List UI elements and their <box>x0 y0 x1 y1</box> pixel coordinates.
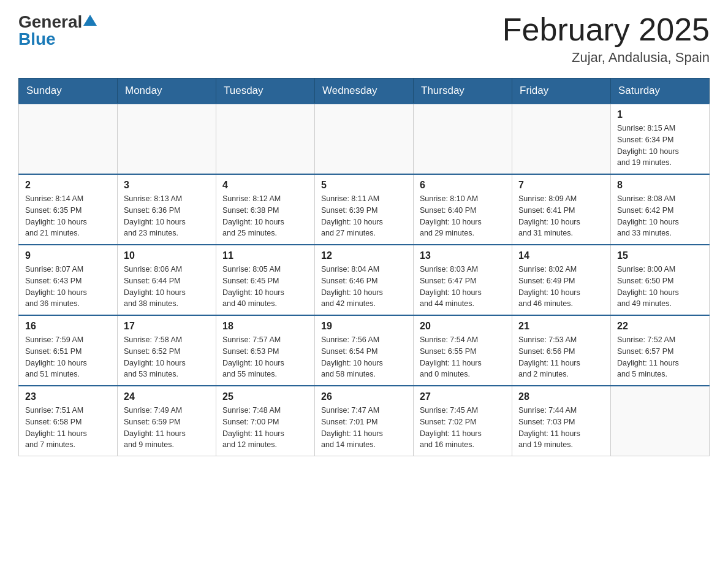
day-info: Sunrise: 7:59 AM Sunset: 6:51 PM Dayligh… <box>25 334 111 380</box>
col-saturday: Saturday <box>611 79 710 104</box>
table-row: 11Sunrise: 8:05 AM Sunset: 6:45 PM Dayli… <box>216 245 315 315</box>
day-info: Sunrise: 7:54 AM Sunset: 6:55 PM Dayligh… <box>420 334 506 380</box>
day-number: 3 <box>124 180 210 191</box>
day-info: Sunrise: 8:00 AM Sunset: 6:50 PM Dayligh… <box>617 264 703 310</box>
table-row: 9Sunrise: 8:07 AM Sunset: 6:43 PM Daylig… <box>19 245 118 315</box>
table-row: 18Sunrise: 7:57 AM Sunset: 6:53 PM Dayli… <box>216 315 315 386</box>
day-info: Sunrise: 7:51 AM Sunset: 6:58 PM Dayligh… <box>25 405 111 451</box>
day-info: Sunrise: 8:14 AM Sunset: 6:35 PM Dayligh… <box>25 193 111 239</box>
day-info: Sunrise: 8:09 AM Sunset: 6:41 PM Dayligh… <box>518 193 604 239</box>
table-row: 12Sunrise: 8:04 AM Sunset: 6:46 PM Dayli… <box>315 245 414 315</box>
table-row: 27Sunrise: 7:45 AM Sunset: 7:02 PM Dayli… <box>414 386 512 456</box>
day-number: 13 <box>420 250 506 261</box>
day-number: 4 <box>222 180 308 191</box>
table-row: 22Sunrise: 7:52 AM Sunset: 6:57 PM Dayli… <box>611 315 710 386</box>
day-number: 7 <box>518 180 604 191</box>
svg-marker-0 <box>83 15 97 26</box>
day-info: Sunrise: 8:03 AM Sunset: 6:47 PM Dayligh… <box>420 264 506 310</box>
table-row: 25Sunrise: 7:48 AM Sunset: 7:00 PM Dayli… <box>216 386 315 456</box>
table-row: 19Sunrise: 7:56 AM Sunset: 6:54 PM Dayli… <box>315 315 414 386</box>
day-info: Sunrise: 7:53 AM Sunset: 6:56 PM Dayligh… <box>518 334 604 380</box>
day-number: 9 <box>25 250 111 261</box>
table-row: 7Sunrise: 8:09 AM Sunset: 6:41 PM Daylig… <box>512 174 611 245</box>
table-row: 5Sunrise: 8:11 AM Sunset: 6:39 PM Daylig… <box>315 174 414 245</box>
calendar-week-row: 2Sunrise: 8:14 AM Sunset: 6:35 PM Daylig… <box>19 174 710 245</box>
calendar-week-row: 9Sunrise: 8:07 AM Sunset: 6:43 PM Daylig… <box>19 245 710 315</box>
table-row: 1Sunrise: 8:15 AM Sunset: 6:34 PM Daylig… <box>611 104 710 174</box>
day-number: 23 <box>25 391 111 402</box>
day-number: 20 <box>420 321 506 332</box>
page-header: General Blue February 2025 Zujar, Andalu… <box>18 12 710 66</box>
day-info: Sunrise: 7:48 AM Sunset: 7:00 PM Dayligh… <box>222 405 308 451</box>
day-number: 11 <box>222 250 308 261</box>
table-row: 24Sunrise: 7:49 AM Sunset: 6:59 PM Dayli… <box>118 386 216 456</box>
day-number: 8 <box>617 180 703 191</box>
table-row: 6Sunrise: 8:10 AM Sunset: 6:40 PM Daylig… <box>414 174 512 245</box>
day-number: 26 <box>321 391 407 402</box>
day-number: 25 <box>222 391 308 402</box>
day-number: 19 <box>321 321 407 332</box>
day-info: Sunrise: 8:10 AM Sunset: 6:40 PM Dayligh… <box>420 193 506 239</box>
day-info: Sunrise: 7:45 AM Sunset: 7:02 PM Dayligh… <box>420 405 506 451</box>
day-info: Sunrise: 8:13 AM Sunset: 6:36 PM Dayligh… <box>124 193 210 239</box>
table-row: 8Sunrise: 8:08 AM Sunset: 6:42 PM Daylig… <box>611 174 710 245</box>
table-row: 17Sunrise: 7:58 AM Sunset: 6:52 PM Dayli… <box>118 315 216 386</box>
col-tuesday: Tuesday <box>216 79 315 104</box>
table-row: 14Sunrise: 8:02 AM Sunset: 6:49 PM Dayli… <box>512 245 611 315</box>
table-row: 23Sunrise: 7:51 AM Sunset: 6:58 PM Dayli… <box>19 386 118 456</box>
calendar-week-row: 16Sunrise: 7:59 AM Sunset: 6:51 PM Dayli… <box>19 315 710 386</box>
month-title: February 2025 <box>502 12 710 47</box>
day-info: Sunrise: 7:47 AM Sunset: 7:01 PM Dayligh… <box>321 405 407 451</box>
calendar-table: Sunday Monday Tuesday Wednesday Thursday… <box>18 78 710 456</box>
col-monday: Monday <box>118 79 216 104</box>
col-friday: Friday <box>512 79 611 104</box>
table-row: 2Sunrise: 8:14 AM Sunset: 6:35 PM Daylig… <box>19 174 118 245</box>
table-row <box>216 104 315 174</box>
day-number: 1 <box>617 109 703 120</box>
table-row: 3Sunrise: 8:13 AM Sunset: 6:36 PM Daylig… <box>118 174 216 245</box>
day-number: 10 <box>124 250 210 261</box>
table-row: 16Sunrise: 7:59 AM Sunset: 6:51 PM Dayli… <box>19 315 118 386</box>
day-info: Sunrise: 7:44 AM Sunset: 7:03 PM Dayligh… <box>518 405 604 451</box>
table-row <box>19 104 118 174</box>
table-row <box>315 104 414 174</box>
table-row <box>118 104 216 174</box>
day-info: Sunrise: 7:56 AM Sunset: 6:54 PM Dayligh… <box>321 334 407 380</box>
table-row <box>414 104 512 174</box>
table-row: 21Sunrise: 7:53 AM Sunset: 6:56 PM Dayli… <box>512 315 611 386</box>
location: Zujar, Andalusia, Spain <box>502 50 710 66</box>
day-info: Sunrise: 8:05 AM Sunset: 6:45 PM Dayligh… <box>222 264 308 310</box>
table-row: 26Sunrise: 7:47 AM Sunset: 7:01 PM Dayli… <box>315 386 414 456</box>
day-info: Sunrise: 7:58 AM Sunset: 6:52 PM Dayligh… <box>124 334 210 380</box>
day-number: 15 <box>617 250 703 261</box>
day-number: 27 <box>420 391 506 402</box>
day-info: Sunrise: 8:07 AM Sunset: 6:43 PM Dayligh… <box>25 264 111 310</box>
day-number: 24 <box>124 391 210 402</box>
day-info: Sunrise: 7:52 AM Sunset: 6:57 PM Dayligh… <box>617 334 703 380</box>
day-info: Sunrise: 7:57 AM Sunset: 6:53 PM Dayligh… <box>222 334 308 380</box>
table-row: 13Sunrise: 8:03 AM Sunset: 6:47 PM Dayli… <box>414 245 512 315</box>
day-number: 14 <box>518 250 604 261</box>
day-info: Sunrise: 8:04 AM Sunset: 6:46 PM Dayligh… <box>321 264 407 310</box>
day-number: 12 <box>321 250 407 261</box>
day-number: 5 <box>321 180 407 191</box>
day-info: Sunrise: 7:49 AM Sunset: 6:59 PM Dayligh… <box>124 405 210 451</box>
calendar-week-row: 23Sunrise: 7:51 AM Sunset: 6:58 PM Dayli… <box>19 386 710 456</box>
day-info: Sunrise: 8:15 AM Sunset: 6:34 PM Dayligh… <box>617 123 703 169</box>
day-info: Sunrise: 8:11 AM Sunset: 6:39 PM Dayligh… <box>321 193 407 239</box>
day-number: 6 <box>420 180 506 191</box>
table-row: 20Sunrise: 7:54 AM Sunset: 6:55 PM Dayli… <box>414 315 512 386</box>
table-row <box>611 386 710 456</box>
col-wednesday: Wednesday <box>315 79 414 104</box>
day-number: 21 <box>518 321 604 332</box>
table-row <box>512 104 611 174</box>
day-number: 22 <box>617 321 703 332</box>
col-sunday: Sunday <box>19 79 118 104</box>
logo-icon <box>83 15 97 28</box>
logo-blue: Blue <box>18 29 97 49</box>
day-info: Sunrise: 8:02 AM Sunset: 6:49 PM Dayligh… <box>518 264 604 310</box>
day-number: 28 <box>518 391 604 402</box>
day-number: 18 <box>222 321 308 332</box>
day-info: Sunrise: 8:06 AM Sunset: 6:44 PM Dayligh… <box>124 264 210 310</box>
table-row: 4Sunrise: 8:12 AM Sunset: 6:38 PM Daylig… <box>216 174 315 245</box>
